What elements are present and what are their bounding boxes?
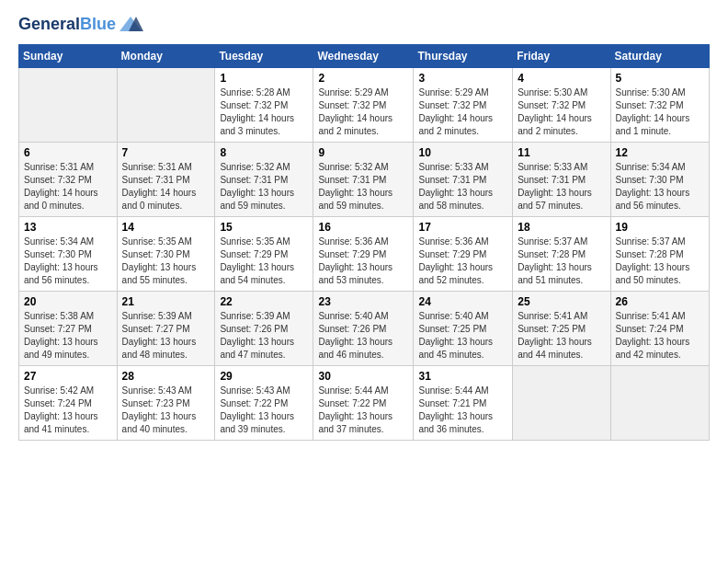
day-number: 9 (318, 146, 408, 159)
calendar-cell: 5Sunrise: 5:30 AM Sunset: 7:32 PM Daylig… (610, 68, 709, 143)
day-info: Sunrise: 5:30 AM Sunset: 7:32 PM Dayligh… (616, 86, 704, 138)
calendar-cell: 10Sunrise: 5:33 AM Sunset: 7:31 PM Dayli… (414, 143, 513, 217)
day-info: Sunrise: 5:33 AM Sunset: 7:31 PM Dayligh… (418, 161, 507, 213)
day-info: Sunrise: 5:31 AM Sunset: 7:32 PM Dayligh… (24, 161, 112, 213)
calendar-cell: 20Sunrise: 5:38 AM Sunset: 7:27 PM Dayli… (19, 292, 118, 366)
day-info: Sunrise: 5:29 AM Sunset: 7:32 PM Dayligh… (418, 86, 507, 138)
calendar-cell: 28Sunrise: 5:43 AM Sunset: 7:23 PM Dayli… (117, 366, 215, 441)
day-info: Sunrise: 5:40 AM Sunset: 7:26 PM Dayligh… (318, 310, 408, 362)
day-info: Sunrise: 5:30 AM Sunset: 7:32 PM Dayligh… (518, 86, 605, 138)
header: GeneralBlue (18, 15, 710, 35)
calendar-cell: 24Sunrise: 5:40 AM Sunset: 7:25 PM Dayli… (414, 292, 513, 366)
calendar-cell (19, 68, 118, 143)
day-number: 13 (24, 221, 112, 234)
calendar-cell: 30Sunrise: 5:44 AM Sunset: 7:22 PM Dayli… (313, 366, 414, 441)
calendar-header-row: SundayMondayTuesdayWednesdayThursdayFrid… (19, 45, 710, 68)
day-number: 28 (122, 370, 210, 383)
day-info: Sunrise: 5:40 AM Sunset: 7:25 PM Dayligh… (418, 310, 507, 362)
calendar-table: SundayMondayTuesdayWednesdayThursdayFrid… (18, 44, 710, 441)
day-info: Sunrise: 5:34 AM Sunset: 7:30 PM Dayligh… (24, 236, 112, 287)
day-info: Sunrise: 5:29 AM Sunset: 7:32 PM Dayligh… (318, 86, 408, 138)
day-info: Sunrise: 5:41 AM Sunset: 7:24 PM Dayligh… (616, 310, 704, 362)
calendar-week-3: 13Sunrise: 5:34 AM Sunset: 7:30 PM Dayli… (19, 217, 710, 292)
day-number: 29 (220, 370, 308, 383)
weekday-header-friday: Friday (513, 45, 610, 68)
weekday-header-sunday: Sunday (19, 45, 118, 68)
calendar-cell: 11Sunrise: 5:33 AM Sunset: 7:31 PM Dayli… (513, 143, 610, 217)
calendar-cell: 2Sunrise: 5:29 AM Sunset: 7:32 PM Daylig… (313, 68, 414, 143)
day-info: Sunrise: 5:33 AM Sunset: 7:31 PM Dayligh… (518, 161, 605, 213)
calendar-cell: 4Sunrise: 5:30 AM Sunset: 7:32 PM Daylig… (513, 68, 610, 143)
day-number: 1 (220, 72, 308, 85)
calendar-cell: 27Sunrise: 5:42 AM Sunset: 7:24 PM Dayli… (19, 366, 118, 441)
day-number: 10 (418, 146, 507, 159)
day-info: Sunrise: 5:44 AM Sunset: 7:21 PM Dayligh… (418, 385, 507, 436)
calendar-cell: 17Sunrise: 5:36 AM Sunset: 7:29 PM Dayli… (414, 217, 513, 292)
logo-icon (118, 15, 143, 35)
day-number: 22 (220, 295, 308, 308)
calendar-cell: 13Sunrise: 5:34 AM Sunset: 7:30 PM Dayli… (19, 217, 118, 292)
day-number: 31 (418, 370, 507, 383)
day-info: Sunrise: 5:42 AM Sunset: 7:24 PM Dayligh… (24, 385, 112, 436)
calendar-cell: 7Sunrise: 5:31 AM Sunset: 7:31 PM Daylig… (117, 143, 215, 217)
day-number: 26 (616, 295, 704, 308)
day-number: 16 (318, 221, 408, 234)
calendar-cell: 9Sunrise: 5:32 AM Sunset: 7:31 PM Daylig… (313, 143, 414, 217)
day-info: Sunrise: 5:44 AM Sunset: 7:22 PM Dayligh… (318, 385, 408, 436)
calendar-cell (610, 366, 709, 441)
day-number: 5 (616, 72, 704, 85)
calendar-cell: 23Sunrise: 5:40 AM Sunset: 7:26 PM Dayli… (313, 292, 414, 366)
calendar-cell: 18Sunrise: 5:37 AM Sunset: 7:28 PM Dayli… (513, 217, 610, 292)
calendar-cell: 3Sunrise: 5:29 AM Sunset: 7:32 PM Daylig… (414, 68, 513, 143)
calendar-week-4: 20Sunrise: 5:38 AM Sunset: 7:27 PM Dayli… (19, 292, 710, 366)
calendar-cell: 14Sunrise: 5:35 AM Sunset: 7:30 PM Dayli… (117, 217, 215, 292)
calendar-cell: 26Sunrise: 5:41 AM Sunset: 7:24 PM Dayli… (610, 292, 709, 366)
calendar-cell: 15Sunrise: 5:35 AM Sunset: 7:29 PM Dayli… (215, 217, 313, 292)
day-info: Sunrise: 5:32 AM Sunset: 7:31 PM Dayligh… (220, 161, 308, 213)
logo: GeneralBlue (18, 15, 143, 35)
day-number: 27 (24, 370, 112, 383)
day-number: 21 (122, 295, 210, 308)
day-info: Sunrise: 5:36 AM Sunset: 7:29 PM Dayligh… (418, 236, 507, 287)
day-number: 24 (418, 295, 507, 308)
calendar-cell: 8Sunrise: 5:32 AM Sunset: 7:31 PM Daylig… (215, 143, 313, 217)
calendar-week-2: 6Sunrise: 5:31 AM Sunset: 7:32 PM Daylig… (19, 143, 710, 217)
day-info: Sunrise: 5:43 AM Sunset: 7:22 PM Dayligh… (220, 385, 308, 436)
day-number: 14 (122, 221, 210, 234)
calendar-cell: 16Sunrise: 5:36 AM Sunset: 7:29 PM Dayli… (313, 217, 414, 292)
day-info: Sunrise: 5:37 AM Sunset: 7:28 PM Dayligh… (518, 236, 605, 287)
calendar-cell: 19Sunrise: 5:37 AM Sunset: 7:28 PM Dayli… (610, 217, 709, 292)
day-info: Sunrise: 5:39 AM Sunset: 7:27 PM Dayligh… (122, 310, 210, 362)
day-number: 8 (220, 146, 308, 159)
day-info: Sunrise: 5:34 AM Sunset: 7:30 PM Dayligh… (616, 161, 704, 213)
day-info: Sunrise: 5:35 AM Sunset: 7:29 PM Dayligh… (220, 236, 308, 287)
weekday-header-wednesday: Wednesday (313, 45, 414, 68)
weekday-header-monday: Monday (117, 45, 215, 68)
day-number: 7 (122, 146, 210, 159)
calendar-week-1: 1Sunrise: 5:28 AM Sunset: 7:32 PM Daylig… (19, 68, 710, 143)
day-number: 6 (24, 146, 112, 159)
day-info: Sunrise: 5:39 AM Sunset: 7:26 PM Dayligh… (220, 310, 308, 362)
day-info: Sunrise: 5:28 AM Sunset: 7:32 PM Dayligh… (220, 86, 308, 138)
calendar-cell: 12Sunrise: 5:34 AM Sunset: 7:30 PM Dayli… (610, 143, 709, 217)
day-number: 19 (616, 221, 704, 234)
day-number: 20 (24, 295, 112, 308)
calendar-cell (513, 366, 610, 441)
calendar-cell: 1Sunrise: 5:28 AM Sunset: 7:32 PM Daylig… (215, 68, 313, 143)
day-number: 11 (518, 146, 605, 159)
day-info: Sunrise: 5:37 AM Sunset: 7:28 PM Dayligh… (616, 236, 704, 287)
day-number: 23 (318, 295, 408, 308)
day-number: 3 (418, 72, 507, 85)
day-info: Sunrise: 5:43 AM Sunset: 7:23 PM Dayligh… (122, 385, 210, 436)
day-info: Sunrise: 5:38 AM Sunset: 7:27 PM Dayligh… (24, 310, 112, 362)
calendar-cell: 25Sunrise: 5:41 AM Sunset: 7:25 PM Dayli… (513, 292, 610, 366)
calendar-cell: 6Sunrise: 5:31 AM Sunset: 7:32 PM Daylig… (19, 143, 118, 217)
calendar-cell (117, 68, 215, 143)
logo-text: GeneralBlue (18, 16, 116, 34)
day-info: Sunrise: 5:31 AM Sunset: 7:31 PM Dayligh… (122, 161, 210, 213)
weekday-header-saturday: Saturday (610, 45, 709, 68)
day-number: 30 (318, 370, 408, 383)
day-info: Sunrise: 5:35 AM Sunset: 7:30 PM Dayligh… (122, 236, 210, 287)
day-number: 15 (220, 221, 308, 234)
day-number: 18 (518, 221, 605, 234)
